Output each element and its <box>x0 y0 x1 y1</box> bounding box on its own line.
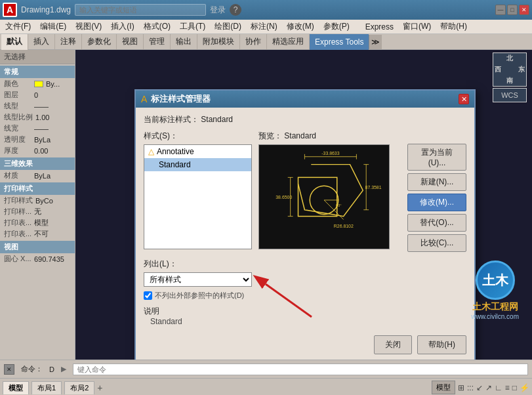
menu-edit[interactable]: 编辑(E) <box>36 20 70 33</box>
menu-help[interactable]: 帮助(H) <box>436 20 471 33</box>
view-section-title: 视图 <box>0 241 75 253</box>
dialog-footer-buttons: 关闭 帮助(H) <box>144 335 466 354</box>
preview-box: -33.8633 38.6500 87.3581 <box>258 144 390 249</box>
dialog-body: 当前标注样式： Standard 样式(S)： △ Annotative <box>136 108 474 360</box>
tab-default[interactable]: 默认 <box>1 34 28 50</box>
tab-express-tools[interactable]: Express Tools <box>310 34 369 50</box>
menu-format[interactable]: 格式(O) <box>140 20 174 33</box>
material-row: 材质 ByLa <box>0 170 75 181</box>
compass: 北 南 东 西 WCS <box>490 52 529 105</box>
preview-label: 预览： Standard <box>258 131 401 142</box>
help-button[interactable]: 帮助(H) <box>417 335 466 354</box>
filename-title: Drawing1.dwg <box>21 5 71 14</box>
description-value: Standard <box>150 317 182 326</box>
tab-view[interactable]: 视图 <box>117 34 144 50</box>
transparency-value: ByLa <box>34 136 71 144</box>
properties-icon[interactable]: □ <box>512 383 517 392</box>
title-bar: A Drawing1.dwg 登录 ? — □ ✕ <box>0 0 532 20</box>
dimension-style-dialog[interactable]: A 标注样式管理器 ✕ 当前标注样式： Standard 样式(S)： <box>134 89 476 360</box>
quick-access-icon[interactable]: ⚡ <box>520 383 529 392</box>
menu-file[interactable]: 文件(F) <box>1 20 35 33</box>
circle-x-label: 圆心 X... <box>4 254 31 264</box>
print-p3-label: 打印表... <box>4 218 31 228</box>
tab-layout1[interactable]: 布局1 <box>31 381 62 394</box>
styles-list[interactable]: △ Annotative Standard <box>144 144 252 249</box>
menu-insert[interactable]: 插入(I) <box>107 20 138 33</box>
add-layout-icon[interactable]: + <box>97 383 102 393</box>
style-item-annotative[interactable]: △ Annotative <box>144 145 251 158</box>
wcs-indicator: WCS <box>493 88 527 102</box>
print-p4-row: 打印表... 不可 <box>0 228 75 239</box>
tab-model[interactable]: 模型 <box>3 381 29 394</box>
lineweight-icon[interactable]: ≡ <box>505 383 510 392</box>
tab-insert[interactable]: 插入 <box>28 34 55 50</box>
tab-annotate[interactable]: 注释 <box>55 34 82 50</box>
menu-draw[interactable]: 绘图(D) <box>211 20 245 33</box>
polar-icon[interactable]: ↗ <box>485 383 492 392</box>
menu-modify[interactable]: 修改(M) <box>283 20 318 33</box>
compare-button[interactable]: 比较(C)... <box>407 234 466 252</box>
grid-icon[interactable]: ⊞ <box>458 383 464 392</box>
command-value: D <box>49 365 54 373</box>
snap-icon[interactable]: ::: <box>467 383 474 392</box>
modify-button[interactable]: 修改(M)... <box>407 194 466 211</box>
drawing-area[interactable]: 北 南 东 西 WCS 土木 土木工程网 www.civilcn.com A 标… <box>75 50 532 360</box>
login-btn[interactable]: 登录 <box>210 5 226 16</box>
help-icon[interactable]: ? <box>230 4 241 16</box>
menu-annotate[interactable]: 标注(N) <box>247 20 281 33</box>
style-name-annotative: Annotative <box>157 147 194 156</box>
list-select[interactable]: 所有样式 <box>144 272 252 287</box>
menu-view[interactable]: 视图(V) <box>72 20 106 33</box>
close-dialog-button[interactable]: 关闭 <box>374 335 412 354</box>
print-p2-row: 打印样... 无 <box>0 206 75 217</box>
color-box[interactable] <box>34 81 43 87</box>
model-btn[interactable]: 模型 <box>432 381 455 394</box>
menu-express[interactable]: Express <box>361 21 398 33</box>
print-p2-label: 打印样... <box>4 207 31 217</box>
tab-collaborate[interactable]: 协作 <box>240 34 267 50</box>
color-value: By... <box>46 80 71 88</box>
print-style-value: ByCo <box>35 197 71 205</box>
tab-output[interactable]: 输出 <box>171 34 197 50</box>
maximize-button[interactable]: □ <box>507 5 518 15</box>
dialog-bottom: 列出(L)： 所有样式 不列出外部参照中的样式(D) 说明 Standard <box>144 259 466 326</box>
print-style-label: 打印样式 <box>4 196 33 205</box>
tab-layout2[interactable]: 布局2 <box>64 381 94 394</box>
preview-area: 预览： Standard <box>258 131 401 252</box>
checkbox-row: 不列出外部参照中的样式(D) <box>144 291 466 301</box>
menu-params[interactable]: 参数(P) <box>319 20 354 33</box>
exclude-external-checkbox[interactable] <box>144 291 152 300</box>
status-close-btn[interactable]: ✕ <box>4 364 14 375</box>
tab-manage[interactable]: 管理 <box>144 34 171 50</box>
main-area: 无选择 常规 颜色 By... 图层 0 线型 —— 线型比例 1.00 线宽 … <box>0 50 532 360</box>
ribbon-overflow[interactable]: ≫ <box>369 35 382 49</box>
print-p4-value: 不可 <box>34 229 71 239</box>
styles-list-area: 样式(S)： △ Annotative Standard <box>144 131 252 252</box>
tab-addons[interactable]: 附加模块 <box>197 34 240 50</box>
menu-tools[interactable]: 工具(T) <box>176 20 209 33</box>
thickness-label: 厚度 <box>4 146 31 156</box>
layer-label: 图层 <box>4 90 31 100</box>
common-section-title: 常规 <box>0 66 75 78</box>
override-button[interactable]: 替代(O)... <box>407 214 466 232</box>
title-bar-left: A Drawing1.dwg 登录 ? <box>3 3 241 17</box>
tab-featured[interactable]: 精选应用 <box>267 34 310 50</box>
minimize-button[interactable]: — <box>495 5 506 15</box>
new-style-button[interactable]: 新建(N)... <box>407 173 466 191</box>
preview-svg: -33.8633 38.6500 87.3581 <box>259 145 389 249</box>
osnap-icon[interactable]: ∟ <box>495 383 502 392</box>
set-current-button[interactable]: 置为当前(U)... <box>407 144 466 171</box>
ortho-icon[interactable]: ↙ <box>476 383 483 392</box>
command-input[interactable] <box>73 364 528 375</box>
close-button[interactable]: ✕ <box>519 5 529 15</box>
color-label: 颜色 <box>4 79 31 89</box>
search-input[interactable] <box>75 4 206 16</box>
dialog-close-icon[interactable]: ✕ <box>459 94 469 104</box>
watermark-text1: 土木工程网 <box>472 301 518 313</box>
watermark: 土木 土木工程网 www.civilcn.com <box>471 260 519 320</box>
circle-x-value: 690.7435 <box>34 255 71 263</box>
tab-parametric[interactable]: 参数化 <box>82 34 117 50</box>
menu-window[interactable]: 窗口(W) <box>399 20 435 33</box>
linetype-scale-value: 1.00 <box>35 114 71 121</box>
style-item-standard[interactable]: Standard <box>144 158 251 171</box>
